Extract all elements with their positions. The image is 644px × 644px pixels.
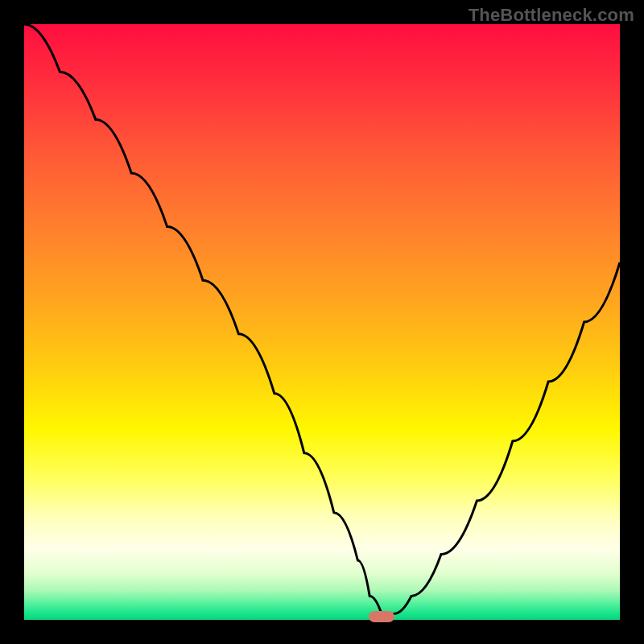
optimal-point-marker bbox=[369, 611, 394, 622]
chart-frame: TheBottleneck.com bbox=[0, 0, 644, 644]
bottleneck-curve bbox=[24, 24, 620, 620]
watermark-text: TheBottleneck.com bbox=[469, 5, 634, 26]
curve-path bbox=[24, 24, 620, 614]
